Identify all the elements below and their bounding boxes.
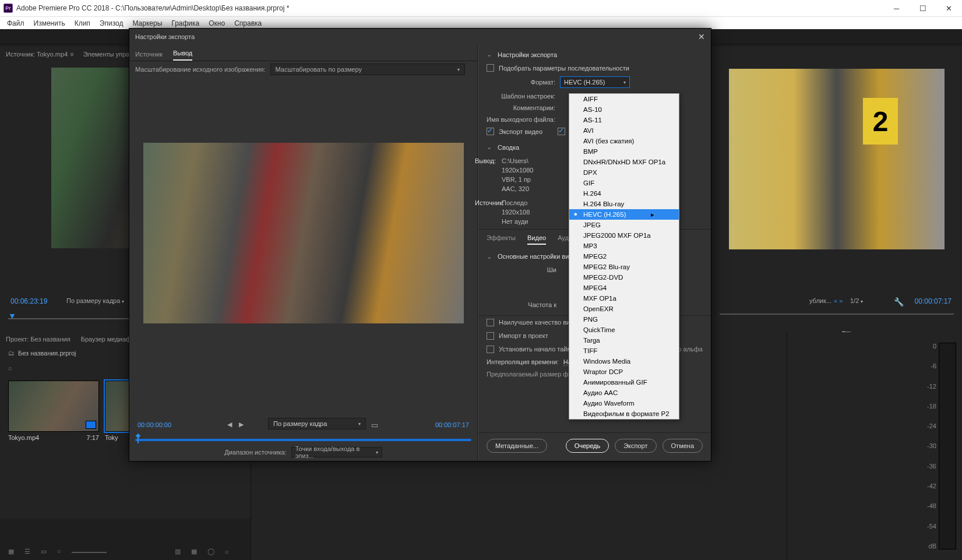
- clear-icon[interactable]: ◯: [207, 548, 214, 555]
- format-option[interactable]: BMP: [569, 146, 679, 157]
- chevron-down-icon[interactable]: ⌄: [487, 51, 492, 58]
- icon-view-icon[interactable]: ☰: [24, 548, 30, 555]
- format-option[interactable]: OpenEXR: [569, 304, 679, 314]
- format-option[interactable]: QuickTime: [569, 325, 679, 335]
- format-option[interactable]: DPX: [569, 167, 679, 178]
- chevron-down-icon[interactable]: ⌄: [487, 253, 492, 260]
- format-option[interactable]: H.264: [569, 188, 679, 199]
- format-option[interactable]: MXF OP1a: [569, 293, 679, 304]
- format-label: Формат:: [487, 79, 555, 86]
- menu-file[interactable]: Файл: [2, 19, 29, 27]
- subtab-effects[interactable]: Эффекты: [487, 234, 516, 245]
- format-option[interactable]: H.264 Blu-ray: [569, 199, 679, 209]
- new-item-icon[interactable]: ▦: [191, 548, 197, 555]
- close-window-button[interactable]: ✕: [936, 0, 962, 16]
- preview-timecode-start[interactable]: 00:00:00:00: [138, 421, 171, 428]
- preview-fit-dropdown[interactable]: По размеру кадра▾: [268, 418, 366, 429]
- program-timecode[interactable]: 00:00:07:17: [915, 297, 952, 305]
- step-fwd-icon[interactable]: ▶: [239, 421, 244, 428]
- chevron-down-icon[interactable]: ⌄: [487, 143, 492, 151]
- search-icon[interactable]: ⌕: [8, 364, 12, 371]
- menu-edit[interactable]: Изменить: [29, 19, 70, 27]
- maximize-button[interactable]: ☐: [910, 0, 936, 16]
- preview-timecode-end[interactable]: 00:00:07:17: [435, 421, 469, 428]
- format-option[interactable]: JPEG: [569, 220, 679, 230]
- subtab-video[interactable]: Видео: [527, 234, 546, 245]
- format-option[interactable]: AS-10: [569, 104, 679, 115]
- source-tab[interactable]: Источник: Tokyo.mp4 ≡: [6, 51, 74, 58]
- audio-meter-panel: 0-6-12-18-24-30-36-42-48-54dB: [787, 332, 962, 560]
- project-tab[interactable]: Проект: Без названия: [6, 336, 71, 343]
- format-dropdown-list[interactable]: AIFFAS-10AS-11AVIAVI (без сжатия)BMPDNxH…: [569, 93, 679, 420]
- export-button[interactable]: Экспорт: [615, 439, 656, 453]
- format-option[interactable]: GIF: [569, 178, 679, 188]
- scale-dropdown[interactable]: Масштабировать по размеру▾: [270, 64, 465, 75]
- metadata-button[interactable]: Метаданные...: [487, 439, 547, 453]
- minimize-button[interactable]: ─: [883, 0, 910, 16]
- format-option[interactable]: Аудио AAC: [569, 388, 679, 398]
- tab-output[interactable]: Вывод: [173, 50, 192, 61]
- format-option[interactable]: Wraptor DCP: [569, 367, 679, 377]
- aspect-ratio-icon[interactable]: ▭: [371, 421, 378, 429]
- import-project-checkbox[interactable]: [487, 332, 494, 340]
- list-view-icon[interactable]: ▦: [8, 548, 14, 555]
- freeform-icon[interactable]: ▭: [41, 548, 47, 555]
- format-option[interactable]: JPEG2000 MXF OP1a: [569, 230, 679, 241]
- tab-source[interactable]: Источник: [135, 51, 163, 61]
- cancel-button[interactable]: Отмена: [663, 439, 703, 453]
- audio-meter: [939, 343, 956, 550]
- source-range-dropdown[interactable]: Точки входа/выхода в эпиз...▾: [291, 447, 382, 457]
- clip-thumbnail[interactable]: Tokyo.mp47:17: [8, 381, 99, 441]
- best-quality-checkbox[interactable]: [487, 319, 494, 326]
- export-audio-checkbox[interactable]: [558, 128, 565, 135]
- match-sequence-checkbox[interactable]: [487, 64, 494, 72]
- format-option[interactable]: MP3: [569, 241, 679, 251]
- format-dropdown[interactable]: HEVC (H.265)▾: [560, 76, 630, 88]
- format-option[interactable]: MPEG2: [569, 251, 679, 262]
- menu-help[interactable]: Справка: [230, 19, 266, 27]
- format-option[interactable]: Targa: [569, 335, 679, 346]
- menu-icon[interactable]: ≡: [70, 51, 73, 58]
- close-dialog-button[interactable]: ✕: [698, 32, 705, 41]
- preview-step-buttons[interactable]: ◀▶: [227, 421, 244, 428]
- format-option[interactable]: AIFF: [569, 94, 679, 104]
- format-option[interactable]: MPEG4: [569, 283, 679, 293]
- new-bin-icon[interactable]: ▥: [175, 548, 181, 555]
- queue-button[interactable]: Очередь: [566, 439, 609, 453]
- format-option[interactable]: HEVC (H.265): [569, 209, 679, 220]
- menu-sequence[interactable]: Эпизод: [95, 19, 128, 27]
- zoom-slider-icon[interactable]: ○: [57, 548, 61, 555]
- project-name: Без названия.prproj: [18, 350, 76, 357]
- program-scrubber[interactable]: [720, 314, 954, 315]
- format-option[interactable]: Windows Media: [569, 356, 679, 367]
- audio-meter-scale: 0-6-12-18-24-30-36-42-48-54dB: [927, 343, 936, 550]
- format-option[interactable]: MPEG2-DVD: [569, 272, 679, 283]
- source-timecode[interactable]: 00:06:23:19: [10, 297, 47, 305]
- menu-clip[interactable]: Клип: [70, 19, 95, 27]
- preview-scrubber[interactable]: [135, 435, 471, 443]
- export-video-checkbox[interactable]: [487, 128, 494, 135]
- format-option[interactable]: Аудио Waveform: [569, 398, 679, 408]
- format-option[interactable]: AS-11: [569, 115, 679, 125]
- format-option[interactable]: DNxHR/DNxHD MXF OP1a: [569, 157, 679, 167]
- format-option[interactable]: PNG: [569, 314, 679, 325]
- format-option[interactable]: AVI: [569, 125, 679, 136]
- format-option[interactable]: Видеофильм в формате P2: [569, 408, 679, 419]
- format-option[interactable]: Анимированный GIF: [569, 377, 679, 388]
- set-timecode-checkbox[interactable]: [487, 346, 494, 353]
- format-option[interactable]: MPEG2 Blu-ray: [569, 262, 679, 272]
- chevrons-icon[interactable]: « »: [834, 297, 843, 304]
- menu-window[interactable]: Окно: [204, 19, 230, 27]
- find-icon[interactable]: ⌕: [225, 548, 229, 555]
- menu-markers[interactable]: Маркеры: [128, 19, 167, 27]
- format-option[interactable]: AVI (без сжатия): [569, 136, 679, 146]
- program-zoom-dropdown[interactable]: 1/2 ▾: [850, 297, 863, 304]
- wrench-icon[interactable]: 🔧: [894, 297, 904, 307]
- menu-graphics[interactable]: Графика: [167, 19, 204, 27]
- format-option[interactable]: TIFF: [569, 346, 679, 356]
- app-icon: Pr: [3, 3, 13, 13]
- step-back-icon[interactable]: ◀: [227, 421, 232, 428]
- source-fit-dropdown[interactable]: По размеру кадра ▾: [66, 297, 124, 304]
- media-browser-tab[interactable]: Браузер медиаф: [81, 336, 131, 343]
- playhead-icon[interactable]: [135, 434, 141, 443]
